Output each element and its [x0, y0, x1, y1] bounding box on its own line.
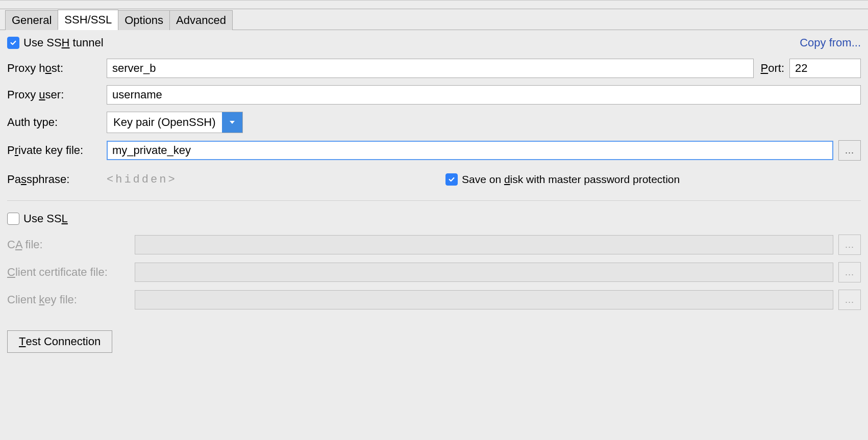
footer-row: Test Connection: [7, 330, 861, 353]
port-input[interactable]: [789, 59, 861, 78]
proxy-user-input[interactable]: [107, 85, 861, 105]
section-divider: [7, 200, 861, 201]
tab-options[interactable]: Options: [118, 10, 170, 30]
settings-dialog: General SSH/SSL Options Advanced Use SSH…: [0, 0, 868, 372]
proxy-user-label: Proxy user:: [7, 88, 107, 101]
checkbox-icon: [7, 213, 19, 225]
auth-type-value: Key pair (OpenSSH): [107, 112, 222, 133]
use-ssh-tunnel-checkbox[interactable]: Use SSH tunnel: [7, 36, 104, 49]
browse-ca-file-button: ...: [838, 235, 861, 255]
browse-client-cert-button: ...: [838, 262, 861, 282]
ca-file-label: CA file:: [7, 238, 135, 251]
tab-ssh-ssl[interactable]: SSH/SSL: [58, 10, 118, 30]
passphrase-input[interactable]: <hidden>: [107, 168, 433, 191]
private-key-row: Private key file: ...: [7, 140, 861, 161]
ca-file-input: [135, 235, 833, 254]
auth-type-dropdown[interactable]: Key pair (OpenSSH): [107, 112, 243, 133]
top-strip: [0, 0, 868, 9]
private-key-input[interactable]: [107, 141, 833, 160]
private-key-label: Private key file:: [7, 144, 107, 157]
tab-general[interactable]: General: [5, 10, 58, 30]
browse-private-key-button[interactable]: ...: [838, 140, 861, 161]
auth-type-label: Auth type:: [7, 116, 107, 129]
checkbox-icon: [7, 37, 19, 49]
proxy-host-label: Proxy host:: [7, 62, 107, 75]
proxy-host-row: Proxy host: Port:: [7, 59, 861, 78]
proxy-host-input[interactable]: [107, 59, 754, 78]
tabbar-wrap: General SSH/SSL Options Advanced: [0, 9, 868, 30]
client-key-input: [135, 290, 833, 309]
client-key-row: Client key file: ...: [7, 290, 861, 310]
client-key-label: Client key file:: [7, 293, 135, 306]
save-on-disk-checkbox[interactable]: Save on disk with master password protec…: [445, 173, 680, 186]
use-ssh-tunnel-label: Use SSH tunnel: [23, 36, 104, 49]
ca-file-row: CA file: ...: [7, 235, 861, 255]
client-cert-input: [135, 263, 833, 282]
client-cert-row: Client certificate file: ...: [7, 262, 861, 282]
checkbox-icon: [445, 173, 458, 186]
port-label: Port:: [761, 62, 784, 75]
passphrase-row: Passphrase: <hidden> Save on disk with m…: [7, 168, 861, 191]
passphrase-label: Passphrase:: [7, 173, 107, 186]
chevron-down-icon: [222, 112, 242, 133]
client-cert-label: Client certificate file:: [7, 266, 135, 279]
copy-from-link[interactable]: Copy from...: [800, 36, 861, 49]
auth-type-row: Auth type: Key pair (OpenSSH): [7, 112, 861, 133]
browse-client-key-button: ...: [838, 290, 861, 310]
use-ssl-checkbox[interactable]: Use SSL: [7, 212, 68, 225]
ssh-header-row: Use SSH tunnel Copy from...: [7, 36, 861, 49]
tab-content: Use SSH tunnel Copy from... Proxy host: …: [0, 30, 868, 372]
use-ssl-label: Use SSL: [23, 212, 68, 225]
save-on-disk-label: Save on disk with master password protec…: [462, 173, 680, 186]
use-ssl-row: Use SSL: [7, 212, 861, 225]
test-connection-button[interactable]: Test Connection: [7, 330, 112, 353]
tabbar: General SSH/SSL Options Advanced: [0, 9, 868, 30]
proxy-user-row: Proxy user:: [7, 85, 861, 105]
tab-advanced[interactable]: Advanced: [169, 10, 233, 30]
